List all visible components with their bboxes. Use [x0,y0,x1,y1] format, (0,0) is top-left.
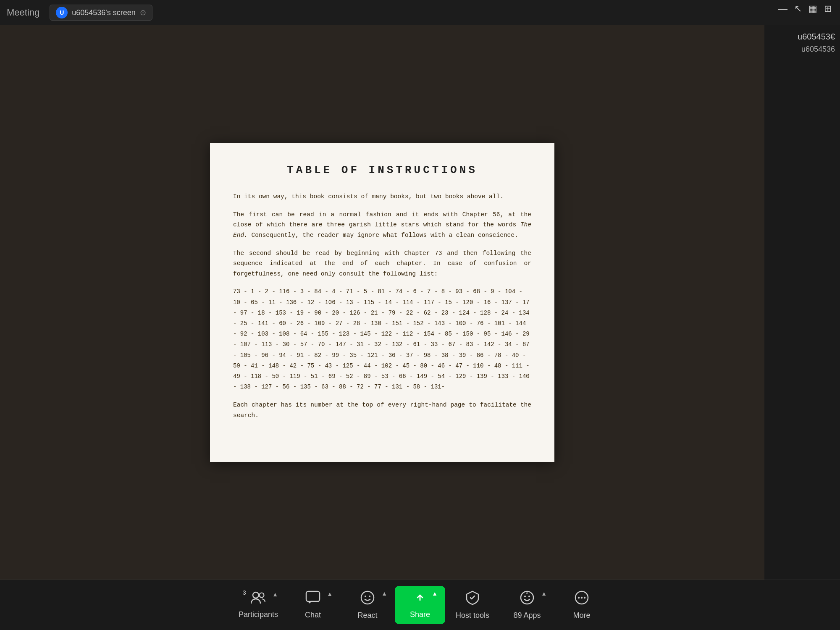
host-tools-label: Host tools [456,611,489,620]
share-button[interactable]: Share ▲ [395,586,445,624]
document-paragraph-4: Each chapter has its number at the top o… [233,400,531,420]
share-caret-icon: ▲ [432,590,438,597]
more-icon [574,590,589,609]
svg-point-9 [528,596,530,597]
share-label: Share [410,610,430,619]
chat-icon [305,591,320,608]
apps-label: 89 Apps [513,611,541,620]
top-bar: Meeting U u6054536's screen ⊙ [0,0,840,25]
cursor-button[interactable]: ↖ [794,3,802,14]
more-button[interactable]: More [554,586,609,624]
window-controls: — ↖ ▦ ⊞ [778,3,832,14]
svg-rect-2 [306,591,320,601]
grid-large-button[interactable]: ⊞ [824,3,832,14]
grid-small-button[interactable]: ▦ [808,3,817,14]
screen-share-avatar: U [56,7,68,18]
user1-label: u605453€ [798,32,835,42]
svg-point-12 [581,597,583,598]
react-label: React [357,611,377,620]
react-caret-icon: ▲ [381,590,387,597]
bottom-toolbar: 3 Participants ▲ Chat ▲ [0,580,840,630]
svg-point-1 [260,593,264,598]
participants-caret-icon: ▲ [272,591,278,598]
participants-label: Participants [239,610,278,619]
react-button[interactable]: React ▲ [340,586,395,624]
minimize-button[interactable]: — [778,3,788,14]
chat-button[interactable]: Chat ▲ [286,586,340,624]
participants-button[interactable]: 3 Participants ▲ [231,587,286,623]
screen-share-label: u6054536's screen [72,8,136,17]
apps-caret-icon: ▲ [541,590,547,597]
apps-icon [520,590,535,609]
screen-share-settings-icon: ⊙ [140,8,146,17]
svg-point-3 [361,591,374,604]
right-sidebar: u605453€ u6054536 [764,25,840,605]
user2-label: u6054536 [801,45,835,54]
screen-share-tab[interactable]: U u6054536's screen ⊙ [50,5,152,21]
document-paragraph-1: In its own way, this book consists of ma… [233,192,531,202]
chat-caret-icon: ▲ [327,591,333,597]
apps-button[interactable]: 89 Apps ▲ [500,586,554,624]
document-title: TABLE OF INSTRUCTIONS [233,164,531,176]
svg-point-5 [369,596,370,597]
svg-point-4 [365,596,366,597]
host-tools-button[interactable]: Host tools [445,586,500,624]
meeting-label: Meeting [7,7,39,18]
document-sequence: 73 - 1 - 2 - 116 - 3 - 84 - 4 - 71 - 5 -… [233,286,531,392]
document-paragraph-3: The second should be read by beginning w… [233,248,531,279]
svg-point-13 [584,597,585,598]
host-tools-icon [465,590,480,609]
participants-icon [251,591,266,608]
document-paragraph-2: The first can be read in a normal fashio… [233,210,531,241]
participants-badge: 3 [243,589,246,596]
share-icon [413,591,427,608]
document-frame: TABLE OF INSTRUCTIONS In its own way, th… [210,143,554,462]
svg-point-0 [253,592,259,598]
svg-point-11 [578,597,580,598]
react-icon [360,590,375,609]
svg-point-8 [524,596,526,597]
chat-label: Chat [305,611,321,620]
more-label: More [573,611,590,620]
screen-share-content: TABLE OF INSTRUCTIONS In its own way, th… [0,25,764,580]
